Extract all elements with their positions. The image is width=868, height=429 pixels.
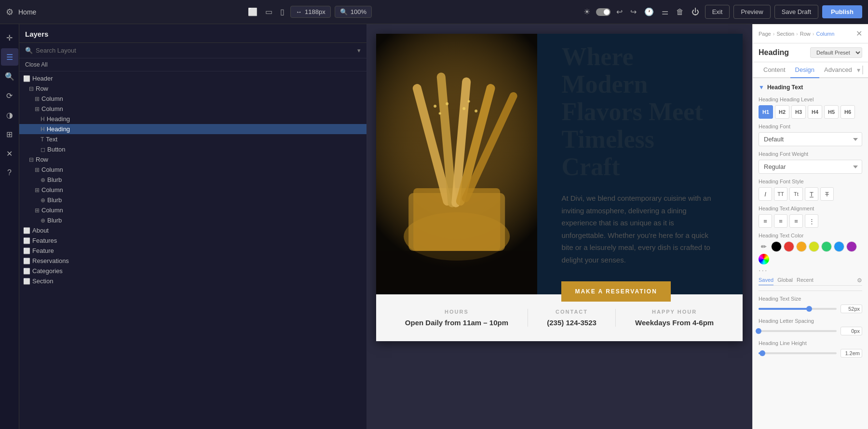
heading-size-value[interactable]: [841, 304, 862, 313]
h4-btn[interactable]: H4: [808, 105, 822, 119]
reservation-cta-btn[interactable]: MAKE A RESERVATION: [561, 281, 670, 302]
zoom-display[interactable]: 🔍 100%: [335, 6, 372, 18]
layer-categories[interactable]: ⬜ Categories: [19, 266, 366, 276]
align-center-btn[interactable]: ≡: [774, 214, 787, 228]
color-red[interactable]: [784, 241, 794, 252]
close-all-btn[interactable]: Close All: [19, 58, 366, 71]
history-sidebar-icon-btn[interactable]: ⟳: [1, 87, 18, 104]
heading-size-thumb[interactable]: [806, 306, 812, 312]
color-green[interactable]: [821, 241, 832, 252]
layer-reservations-label: Reservations: [32, 257, 69, 264]
color-settings-icon[interactable]: ⚙: [857, 277, 862, 285]
tablet-device-btn[interactable]: ▭: [263, 5, 274, 18]
modules-icon-btn[interactable]: ⊞: [1, 125, 18, 143]
heading-font-select[interactable]: Default: [759, 132, 862, 146]
filter-icon[interactable]: ▾: [357, 47, 361, 54]
exit-button[interactable]: Exit: [705, 5, 730, 19]
trash-icon[interactable]: 🗑: [674, 6, 686, 18]
search-icon-btn[interactable]: 🔍: [1, 68, 18, 85]
layer-heading-2[interactable]: H Heading: [19, 124, 366, 134]
color-purple[interactable]: [846, 241, 857, 252]
tab-content[interactable]: Content: [759, 62, 790, 78]
color-tab-recent[interactable]: Recent: [797, 277, 814, 285]
moon-toggle-icon[interactable]: [596, 8, 610, 16]
width-display[interactable]: ↔ 1188px: [290, 6, 331, 18]
layer-column-5[interactable]: ⊞ Column: [19, 205, 366, 215]
color-yellow[interactable]: [809, 241, 819, 252]
color-tab-saved[interactable]: Saved: [759, 277, 773, 285]
color-custom-picker[interactable]: [759, 254, 769, 264]
section-toggle-icon[interactable]: ▼: [759, 84, 764, 91]
theme-icon-btn[interactable]: ◑: [1, 106, 18, 124]
heading-color-label: Heading Text Color: [759, 233, 862, 238]
h5-btn[interactable]: H5: [824, 105, 839, 119]
heading-letter-spacing-value[interactable]: [841, 327, 862, 335]
undo-icon[interactable]: ↩: [614, 5, 624, 18]
close-panel-btn[interactable]: ✕: [856, 29, 862, 38]
more-colors-icon[interactable]: ···: [759, 266, 768, 275]
italic-btn[interactable]: I: [759, 187, 772, 201]
color-black[interactable]: [771, 241, 782, 252]
layer-feature[interactable]: ⬜ Feature: [19, 246, 366, 256]
color-pen-icon[interactable]: ✏: [759, 241, 769, 252]
more-tabs-icon[interactable]: ▾: [857, 66, 860, 74]
layout-icon[interactable]: ⚌: [660, 5, 670, 18]
publish-button[interactable]: Publish: [822, 5, 862, 18]
h1-btn[interactable]: H1: [759, 105, 773, 119]
layer-about[interactable]: ⬜ About: [19, 225, 366, 235]
color-blue[interactable]: [834, 241, 844, 252]
view-toggle-icon[interactable]: [862, 66, 863, 74]
search-layout-input[interactable]: [36, 47, 354, 54]
layer-blurb-2[interactable]: ⊕ Blurb: [19, 195, 366, 205]
layer-text[interactable]: T Text: [19, 134, 366, 144]
layer-features[interactable]: ⬜ Features: [19, 235, 366, 246]
layer-column-3[interactable]: ⊞ Column: [19, 165, 366, 175]
layer-heading-1[interactable]: H Heading: [19, 114, 366, 124]
tab-design[interactable]: Design: [790, 62, 819, 78]
settings-sidebar-icon-btn[interactable]: ✕: [1, 145, 18, 162]
align-justify-btn[interactable]: ⋮: [805, 214, 818, 228]
preset-select[interactable]: Default Preset: [810, 47, 862, 58]
power-icon[interactable]: ⏻: [690, 6, 701, 18]
happy-hour-label: HAPPY HOUR: [635, 309, 714, 315]
desktop-device-btn[interactable]: ⬜: [246, 5, 259, 18]
strikethrough-btn[interactable]: T: [820, 187, 834, 201]
capitalize-btn[interactable]: Tt: [789, 187, 803, 201]
color-tab-global[interactable]: Global: [777, 277, 793, 285]
layer-header[interactable]: ⬜ Header: [19, 73, 366, 83]
heading-line-height-value[interactable]: [841, 349, 862, 358]
layers-icon-btn[interactable]: ☰: [1, 48, 18, 66]
h2-btn[interactable]: H2: [775, 105, 789, 119]
settings-icon[interactable]: ⚙: [6, 7, 14, 17]
layer-blurb-3[interactable]: ⊕ Blurb: [19, 215, 366, 225]
heading-font-weight-select[interactable]: Regular: [759, 160, 862, 174]
sun-icon[interactable]: ☀: [582, 5, 592, 18]
color-amber[interactable]: [796, 241, 807, 252]
layer-row-2[interactable]: ⊟ Row: [19, 154, 366, 165]
align-right-btn[interactable]: ≡: [789, 214, 803, 228]
h3-btn[interactable]: H3: [791, 105, 806, 119]
button-icon: ◻: [41, 146, 45, 153]
layer-row-1[interactable]: ⊟ Row: [19, 83, 366, 94]
save-draft-button[interactable]: Save Draft: [774, 5, 818, 19]
add-module-icon-btn[interactable]: ✛: [1, 29, 18, 46]
history-icon[interactable]: 🕐: [642, 5, 656, 18]
h6-btn[interactable]: H6: [841, 105, 855, 119]
heading-line-height-thumb[interactable]: [760, 350, 765, 356]
heading-letter-spacing-thumb[interactable]: [756, 328, 761, 334]
layer-column-2[interactable]: ⊞ Column: [19, 104, 366, 114]
underline-btn[interactable]: T: [805, 187, 818, 201]
layer-column-1[interactable]: ⊞ Column: [19, 94, 366, 104]
layer-button[interactable]: ◻ Button: [19, 144, 366, 154]
layer-column-4[interactable]: ⊞ Column: [19, 185, 366, 195]
mobile-device-btn[interactable]: ▯: [278, 5, 286, 18]
preview-button[interactable]: Preview: [733, 5, 770, 19]
layer-section[interactable]: ⬜ Section: [19, 276, 366, 286]
align-left-btn[interactable]: ≡: [759, 214, 772, 228]
layer-reservations[interactable]: ⬜ Reservations: [19, 256, 366, 266]
uppercase-btn[interactable]: TT: [774, 187, 787, 201]
layer-blurb-1[interactable]: ⊕ Blurb: [19, 175, 366, 185]
help-icon-btn[interactable]: ?: [1, 164, 18, 181]
tab-advanced[interactable]: Advanced: [819, 62, 857, 78]
redo-icon[interactable]: ↪: [628, 5, 638, 18]
